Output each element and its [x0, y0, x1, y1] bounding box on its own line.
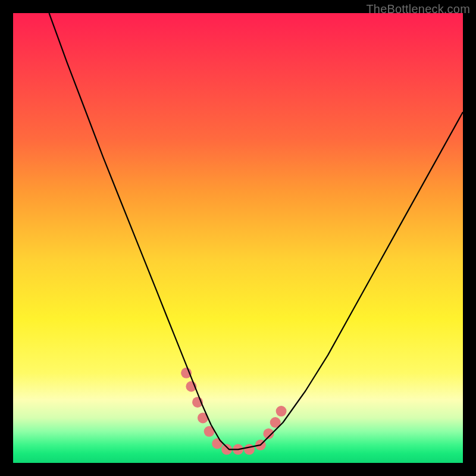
marker-dot	[244, 444, 255, 455]
marker-dot	[212, 439, 223, 449]
chart-svg	[13, 13, 463, 463]
marker-dot	[276, 406, 287, 416]
marker-group	[181, 368, 287, 455]
chart-plot-area	[13, 13, 463, 463]
watermark: TheBottleneck.com	[366, 2, 470, 16]
curve-path	[49, 13, 464, 449]
